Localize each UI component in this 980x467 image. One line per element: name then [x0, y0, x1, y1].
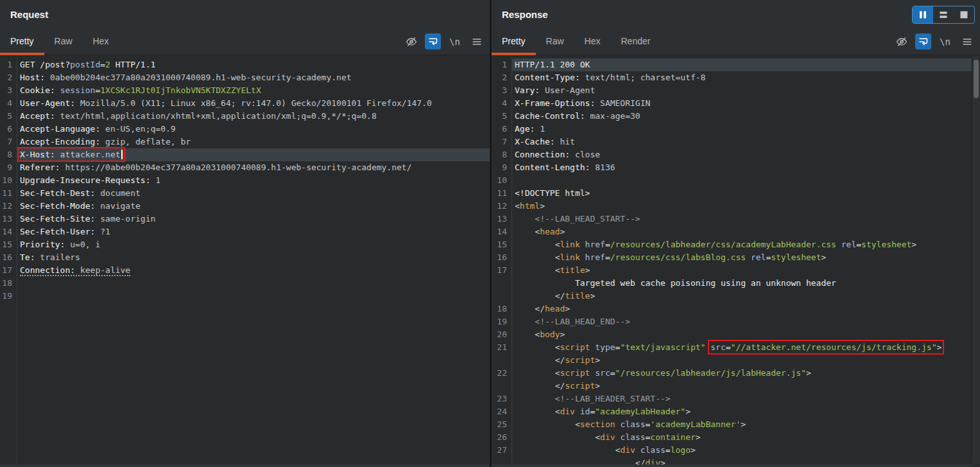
request-panel: Request PrettyRawHex \n 1GET /post?postI…: [0, 0, 490, 467]
code-line[interactable]: </title>: [492, 290, 972, 303]
code-line[interactable]: 2Host: 0abe00b204ec377a80a2031000740089.…: [0, 71, 490, 84]
tab-raw[interactable]: Raw: [44, 28, 83, 55]
request-gutter-separator: [17, 56, 17, 467]
code-line[interactable]: 19: [0, 290, 490, 303]
line-number: 17: [0, 264, 17, 277]
text-cursor: [121, 150, 123, 159]
code-line[interactable]: 4User-Agent: Mozilla/5.0 (X11; Linux x86…: [0, 97, 490, 110]
response-vscrollbar[interactable]: [972, 56, 980, 464]
code-line[interactable]: 17Connection: keep-alive: [0, 264, 490, 277]
code-line[interactable]: 22 <script src="/resources/labheader/js/…: [492, 367, 972, 380]
line-number: 2: [492, 71, 511, 84]
code-line[interactable]: 9Content-Length: 8136: [492, 161, 972, 174]
code-line[interactable]: Targeted web cache poisoning using an un…: [492, 277, 972, 290]
code-line[interactable]: 16Te: trailers: [0, 251, 490, 264]
response-vscrollbar-thumb[interactable]: [974, 60, 979, 98]
single-pane-icon[interactable]: [954, 6, 974, 23]
line-number: 6: [0, 123, 17, 136]
code-line[interactable]: 19 <!--LAB_HEAD_END-->: [492, 315, 972, 328]
code-line[interactable]: 7X-Cache: hit: [492, 136, 972, 148]
code-line[interactable]: 12<html>: [492, 200, 972, 213]
code-line[interactable]: </script>: [492, 354, 972, 367]
code-line[interactable]: 24 <div id="academyLabHeader">: [492, 405, 972, 418]
code-line[interactable]: 6Accept-Language: en-US,en;q=0.9: [0, 123, 490, 136]
code-line[interactable]: 20 <body>: [492, 328, 972, 341]
tab-hex[interactable]: Hex: [574, 28, 611, 55]
response-gutter-separator: [511, 56, 512, 467]
line-number: 14: [0, 225, 17, 238]
code-line[interactable]: 1GET /post?postId=2 HTTP/1.1: [0, 58, 490, 71]
columns-layout-icon[interactable]: [913, 6, 933, 23]
code-line[interactable]: 21 <script type="text/javascript" src="/…: [492, 341, 972, 354]
line-number: 13: [0, 213, 17, 225]
line-number: 7: [0, 136, 17, 148]
code-line[interactable]: 15Priority: u=0, i: [0, 238, 490, 251]
word-wrap-icon[interactable]: [915, 33, 931, 49]
line-number: 19: [0, 290, 17, 303]
editor-menu-icon[interactable]: [469, 33, 485, 49]
code-line[interactable]: 5Accept: text/html,application/xhtml+xml…: [0, 110, 490, 123]
code-line[interactable]: </script>: [492, 380, 972, 392]
line-number: 22: [492, 367, 511, 380]
editor-menu-icon[interactable]: [959, 33, 975, 49]
rows-layout-icon[interactable]: [933, 6, 954, 23]
code-line[interactable]: 9Referer: https://0abe00b204ec377a80a203…: [0, 161, 490, 174]
tab-pretty[interactable]: Pretty: [0, 28, 44, 55]
code-line[interactable]: 15 <link href=/resources/labheader/css/a…: [492, 238, 972, 251]
tab-hex[interactable]: Hex: [83, 28, 119, 55]
code-line[interactable]: 25 <section class='academyLabBanner'>: [492, 418, 972, 431]
code-line[interactable]: 3Vary: User-Agent: [492, 84, 972, 97]
code-line[interactable]: 8Connection: close: [492, 148, 972, 161]
code-line[interactable]: 18 </head>: [492, 303, 972, 315]
code-line[interactable]: 18: [0, 277, 490, 290]
code-line[interactable]: 3Cookie: session=1XCSKc1RJt0IjTnkobVN5KT…: [0, 84, 490, 97]
code-line[interactable]: 13Sec-Fetch-Site: same-origin: [0, 213, 490, 225]
code-line[interactable]: 2Content-Type: text/html; charset=utf-8: [492, 71, 972, 84]
code-line[interactable]: 1HTTP/1.1 200 OK: [492, 58, 972, 71]
response-hscrollbar[interactable]: [492, 464, 972, 467]
code-line[interactable]: 14Sec-Fetch-User: ?1: [0, 225, 490, 238]
newline-chars-icon[interactable]: \n: [447, 33, 463, 49]
code-line[interactable]: 26 <div class=container>: [492, 431, 972, 444]
code-line[interactable]: 13 <!--LAB_HEAD_START-->: [492, 213, 972, 225]
code-line[interactable]: 4X-Frame-Options: SAMEORIGIN: [492, 97, 972, 110]
line-number: 26: [492, 431, 511, 444]
request-hscrollbar[interactable]: [0, 464, 490, 467]
line-number: 11: [0, 187, 17, 200]
code-line[interactable]: 5Cache-Control: max-age=30: [492, 110, 972, 123]
code-line[interactable]: 10Upgrade-Insecure-Requests: 1: [0, 174, 490, 187]
word-wrap-icon[interactable]: [425, 33, 441, 49]
line-number: 14: [492, 225, 511, 238]
tab-raw[interactable]: Raw: [536, 28, 574, 55]
line-number: [492, 290, 511, 303]
code-line[interactable]: 11<!DOCTYPE html>: [492, 187, 972, 200]
code-line[interactable]: 12Sec-Fetch-Mode: navigate: [0, 200, 490, 213]
response-panel: Response PrettyRawHexRender \n: [492, 0, 980, 467]
hide-nonprintable-icon[interactable]: [893, 33, 909, 49]
code-line[interactable]: 17 <title>: [492, 264, 972, 277]
code-line[interactable]: 14 <head>: [492, 225, 972, 238]
tab-pretty[interactable]: Pretty: [492, 28, 536, 55]
line-number: 9: [0, 161, 17, 174]
code-line[interactable]: 10: [492, 174, 972, 187]
tab-render[interactable]: Render: [611, 28, 661, 55]
code-line[interactable]: 16 <link href=/resources/css/labsBlog.cs…: [492, 251, 972, 264]
response-editor[interactable]: 1HTTP/1.1 200 OK2Content-Type: text/html…: [492, 56, 972, 467]
request-editor[interactable]: 1GET /post?postId=2 HTTP/1.12Host: 0abe0…: [0, 56, 490, 467]
code-line[interactable]: 11Sec-Fetch-Dest: document: [0, 187, 490, 200]
line-number: 16: [0, 251, 17, 264]
request-tabs: PrettyRawHex: [0, 35, 119, 46]
newline-chars-icon[interactable]: \n: [937, 33, 953, 49]
line-number: 8: [0, 148, 17, 161]
code-line[interactable]: 23 <!--LAB_HEADER_START-->: [492, 392, 972, 405]
code-line[interactable]: 8X-Host: attacker.net: [0, 148, 490, 161]
hide-nonprintable-icon[interactable]: [403, 33, 419, 49]
line-number: 10: [492, 174, 511, 187]
code-line[interactable]: 6Age: 1: [492, 123, 972, 136]
code-line[interactable]: 27 <div class=logo>: [492, 444, 972, 457]
line-number: 1: [492, 58, 511, 71]
code-line[interactable]: 7Accept-Encoding: gzip, deflate, br: [0, 136, 490, 148]
line-number: 12: [0, 200, 17, 213]
line-number: 15: [492, 238, 511, 251]
request-panel-header: Request: [0, 0, 490, 28]
